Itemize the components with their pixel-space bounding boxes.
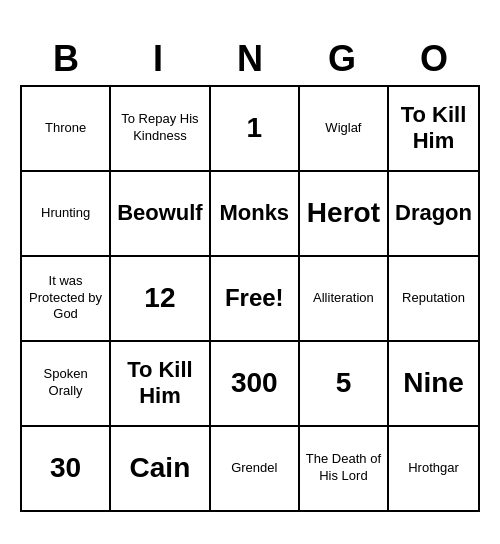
header-letter: N	[204, 33, 296, 85]
cell-0-4: To Kill Him	[389, 87, 480, 172]
cell-0-3: Wiglaf	[300, 87, 389, 172]
cell-0-2: 1	[211, 87, 300, 172]
cell-2-0: It was Protected by God	[22, 257, 111, 342]
cell-3-1: To Kill Him	[111, 342, 211, 427]
cell-2-4: Reputation	[389, 257, 480, 342]
cell-1-1: Beowulf	[111, 172, 211, 257]
cell-text-2-0: It was Protected by God	[28, 273, 103, 324]
cell-text-2-3: Alliteration	[313, 290, 374, 307]
cell-text-1-2: Monks	[219, 200, 289, 226]
cell-text-3-0: Spoken Orally	[28, 366, 103, 400]
cell-3-0: Spoken Orally	[22, 342, 111, 427]
cell-4-0: 30	[22, 427, 111, 512]
cell-1-2: Monks	[211, 172, 300, 257]
cell-2-3: Alliteration	[300, 257, 389, 342]
cell-text-4-3: The Death of His Lord	[306, 451, 381, 485]
cell-text-1-3: Herot	[307, 196, 380, 230]
header-letter: O	[388, 33, 480, 85]
cell-text-0-0: Throne	[45, 120, 86, 137]
bingo-grid: ThroneTo Repay His Kindness1WiglafTo Kil…	[20, 85, 480, 512]
cell-text-2-4: Reputation	[402, 290, 465, 307]
cell-text-1-1: Beowulf	[117, 200, 203, 226]
cell-4-3: The Death of His Lord	[300, 427, 389, 512]
cell-4-2: Grendel	[211, 427, 300, 512]
cell-text-4-1: Cain	[130, 451, 191, 485]
cell-text-3-1: To Kill Him	[117, 357, 203, 410]
cell-text-0-4: To Kill Him	[395, 102, 472, 155]
cell-text-1-4: Dragon	[395, 200, 472, 226]
header-letter: G	[296, 33, 388, 85]
cell-text-3-2: 300	[231, 366, 278, 400]
cell-text-0-1: To Repay His Kindness	[117, 111, 203, 145]
cell-2-1: 12	[111, 257, 211, 342]
cell-0-0: Throne	[22, 87, 111, 172]
header-letter: B	[20, 33, 112, 85]
cell-1-4: Dragon	[389, 172, 480, 257]
cell-text-4-4: Hrothgar	[408, 460, 459, 477]
cell-text-3-4: Nine	[403, 366, 464, 400]
cell-text-0-2: 1	[246, 111, 262, 145]
bingo-header: BINGO	[20, 33, 480, 85]
cell-text-0-3: Wiglaf	[325, 120, 361, 137]
bingo-card: BINGO ThroneTo Repay His Kindness1Wiglaf…	[10, 23, 490, 522]
header-letter: I	[112, 33, 204, 85]
cell-text-2-2: Free!	[225, 284, 284, 312]
cell-3-2: 300	[211, 342, 300, 427]
cell-text-1-0: Hrunting	[41, 205, 90, 222]
cell-3-3: 5	[300, 342, 389, 427]
cell-4-4: Hrothgar	[389, 427, 480, 512]
cell-4-1: Cain	[111, 427, 211, 512]
cell-1-3: Herot	[300, 172, 389, 257]
cell-text-4-2: Grendel	[231, 460, 277, 477]
cell-0-1: To Repay His Kindness	[111, 87, 211, 172]
cell-3-4: Nine	[389, 342, 480, 427]
cell-text-3-3: 5	[336, 366, 352, 400]
cell-text-2-1: 12	[144, 281, 175, 315]
cell-text-4-0: 30	[50, 451, 81, 485]
cell-2-2: Free!	[211, 257, 300, 342]
cell-1-0: Hrunting	[22, 172, 111, 257]
